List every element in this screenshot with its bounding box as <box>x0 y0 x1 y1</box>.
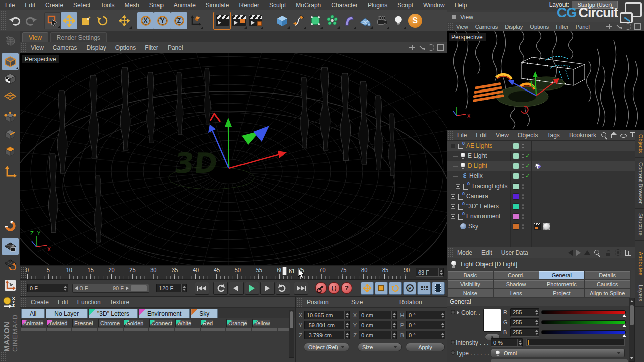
menu-item[interactable]: Create <box>40 2 68 9</box>
material-layer-tab[interactable]: Sky <box>191 309 218 318</box>
side-view-menu-item[interactable]: Options <box>526 24 552 30</box>
object-row-helix[interactable]: Helix ✓ <box>447 171 635 181</box>
goto-end-button[interactable] <box>294 282 308 295</box>
add-light-button[interactable] <box>390 12 407 29</box>
material-item[interactable]: Twisted <box>47 320 71 327</box>
toolbar-grip[interactable] <box>0 10 6 31</box>
color-swatch[interactable] <box>483 309 501 332</box>
bottom-left-grip[interactable] <box>0 352 7 362</box>
layer-color-chip[interactable] <box>513 153 519 159</box>
channel-spinner[interactable] <box>534 319 539 326</box>
viewport-menu-grip[interactable] <box>20 42 26 53</box>
view-rotate-icon[interactable] <box>428 44 434 51</box>
visibility-dots[interactable] <box>522 154 524 158</box>
playhead-marker[interactable] <box>282 267 287 275</box>
points-mode-button[interactable] <box>2 109 19 125</box>
attribute-tab[interactable]: Details <box>585 271 630 280</box>
channel-gradient-slider[interactable] <box>541 320 626 324</box>
transport-grip[interactable] <box>20 280 26 296</box>
channel-value-field[interactable]: 255 <box>510 328 539 337</box>
side-view-menu-item[interactable]: Cameras <box>472 24 502 30</box>
material-thumbnail[interactable] <box>21 319 22 327</box>
layer-color-chip[interactable] <box>513 143 519 149</box>
disclosure-icon[interactable] <box>457 311 459 315</box>
material-thumbnail[interactable] <box>201 319 202 327</box>
workplane-mode-button[interactable] <box>2 87 19 104</box>
view-pan-icon[interactable] <box>409 44 415 51</box>
side-camera-label[interactable]: Perspective <box>449 33 486 41</box>
search-icon[interactable] <box>594 249 601 256</box>
material-item[interactable]: Chrome <box>98 320 123 327</box>
material-item[interactable]: White <box>175 320 200 327</box>
menu-item[interactable]: Sculpt <box>264 2 291 9</box>
add-panel-icon[interactable] <box>625 249 632 256</box>
side-tab[interactable]: Content Browser <box>635 158 644 209</box>
expand-icon[interactable] <box>456 184 460 189</box>
channel-value-field[interactable]: 255 <box>510 318 539 327</box>
attribute-tab[interactable]: Shadow <box>494 280 539 289</box>
preview-range-slider[interactable]: 0 F 90 F <box>72 284 149 293</box>
viewport-menu-item[interactable]: Display <box>82 44 110 51</box>
object-manager-menu-item[interactable]: Bookmark <box>565 132 601 139</box>
intensity-radio[interactable] <box>451 340 455 344</box>
texture-mode-button[interactable] <box>2 70 19 87</box>
material-item[interactable]: Connect <box>149 320 174 327</box>
attribute-tab[interactable]: Noise <box>448 289 493 297</box>
material-scrollbar[interactable] <box>289 310 294 358</box>
material-thumbnail[interactable] <box>47 319 48 327</box>
coordinate-mode-dropdown[interactable]: Object (Rel) <box>304 343 349 351</box>
range-left-arrow-icon[interactable] <box>75 286 78 290</box>
material-layer-tab[interactable]: No Layer <box>46 309 88 318</box>
menu-item[interactable]: Snap <box>144 2 169 9</box>
viewport-menu-item[interactable]: Options <box>111 44 140 51</box>
object-row-environment[interactable]: Environment <box>447 211 635 221</box>
coordinate-system-button[interactable] <box>187 12 204 29</box>
attribute-tab[interactable]: Basic <box>448 271 493 280</box>
intensity-spinner[interactable] <box>517 339 522 346</box>
goto-start-button[interactable] <box>195 282 209 295</box>
tab-view[interactable]: View <box>22 32 48 42</box>
expand-icon[interactable] <box>451 194 455 199</box>
undo-button[interactable] <box>6 12 23 29</box>
object-row-3d-letters[interactable]: "3D" Letters <box>447 201 635 211</box>
play-backwards-button[interactable] <box>213 282 228 295</box>
keying-position-toggle[interactable] <box>361 282 374 295</box>
material-menu-item[interactable]: Create <box>26 299 53 306</box>
add-primitive-button[interactable] <box>274 12 290 29</box>
attribute-tab[interactable]: Visibility <box>448 280 493 289</box>
menu-item[interactable]: Mesh <box>119 2 144 9</box>
object-name[interactable]: D Light <box>468 162 487 169</box>
attribute-tab[interactable]: Align to Spline <box>585 289 630 297</box>
layer-color-chip[interactable] <box>513 213 519 220</box>
add-subdivision-surface-button[interactable] <box>307 12 324 29</box>
camera-label[interactable]: Perspective <box>22 55 59 63</box>
viewport-menu-item[interactable]: Panel <box>163 44 188 51</box>
sky-material-tag-icon[interactable] <box>543 223 550 230</box>
render-view-button[interactable] <box>214 12 230 29</box>
menu-item[interactable]: Tools <box>95 2 119 9</box>
autokeying-button[interactable]: ( ) <box>328 282 339 294</box>
material-menu-item[interactable]: Function <box>73 299 105 306</box>
attribute-menu-item[interactable]: Edit <box>477 249 497 256</box>
last-tool-button[interactable] <box>116 12 132 29</box>
attribute-tab[interactable]: Photometric <box>539 280 585 289</box>
previous-frame-button[interactable] <box>229 282 244 295</box>
material-item[interactable]: Yellow <box>252 320 277 327</box>
material-thumbnail[interactable] <box>252 319 253 327</box>
side-tab[interactable]: Structure <box>635 209 644 241</box>
menu-item[interactable]: Render <box>234 2 264 9</box>
material-menu-grip[interactable] <box>20 297 26 307</box>
attribute-tab[interactable]: Project <box>539 289 585 297</box>
menu-item[interactable]: Edit <box>20 2 40 9</box>
visibility-dots[interactable] <box>522 224 524 229</box>
type-radio[interactable] <box>451 350 455 355</box>
keying-scale-toggle[interactable] <box>375 282 388 295</box>
layer-color-chip[interactable] <box>513 173 519 179</box>
apply-button[interactable]: Apply <box>406 343 445 351</box>
object-name[interactable]: "3D" Letters <box>466 203 499 210</box>
filter-eye-icon[interactable] <box>620 132 627 139</box>
workplane-orient-button[interactable] <box>2 255 19 272</box>
parent-object-icon[interactable] <box>584 250 590 255</box>
ruler-tickband[interactable]: 051015202530354045505560657075808590 <box>27 266 407 280</box>
enabled-check-icon[interactable]: ✓ <box>525 172 530 179</box>
